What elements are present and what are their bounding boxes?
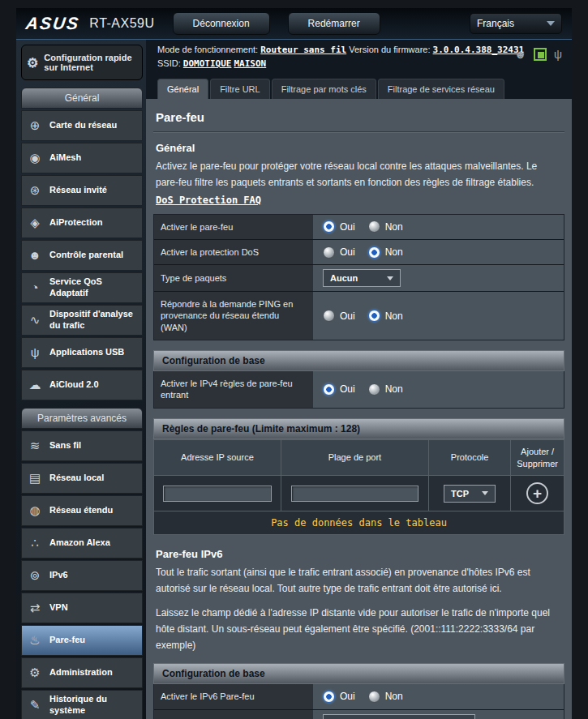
row-server-list: Liste de Serveurs Veuillez sélectionner — [154, 710, 564, 719]
alexa-icon: ∴ — [27, 536, 43, 551]
flame-icon: ♨ — [27, 633, 43, 648]
firewall-yes-radio[interactable] — [323, 220, 335, 233]
sidebar-item-aimesh[interactable]: ◉AiMesh — [21, 143, 143, 173]
ipv6-no-radio[interactable] — [368, 691, 380, 703]
info-bar: Mode de fonctionnement: Routeur sans fil… — [146, 40, 572, 74]
clients-icon[interactable]: ☻ — [514, 48, 526, 61]
ipv6-basic-config-header: Configuration de base — [153, 663, 564, 684]
row-enable-dos: Activer la protection DoS Oui Non — [154, 240, 564, 265]
tab-url-filter[interactable]: Filtre URL — [210, 79, 270, 99]
ssid-link-2[interactable]: MAISON — [234, 58, 266, 69]
language-selector[interactable]: Français — [470, 13, 562, 34]
chevron-down-icon — [482, 491, 488, 495]
router-model: RT-AX59U — [89, 16, 154, 31]
ipv4-inbound-yes-radio[interactable] — [323, 383, 335, 396]
lan-icon: ▤ — [27, 471, 43, 486]
people-icon: ☻ — [27, 248, 43, 263]
wifi-icon: ≋ — [27, 439, 43, 454]
ipv6-yes-radio[interactable] — [323, 691, 335, 703]
sidebar-item-alexa[interactable]: ∴Amazon Alexa — [21, 528, 143, 559]
sidebar-item-system-log[interactable]: ✎Historique du système — [21, 690, 143, 719]
ipv6-description-2: Laissez le champ dédié à l'adresse IP di… — [156, 606, 562, 653]
sidebar-item-usb-apps[interactable]: ψApplications USB — [21, 337, 143, 368]
guest-network-icon: ⊛ — [27, 183, 43, 199]
general-heading: Général — [156, 142, 562, 154]
usb-status-icon[interactable]: ψ — [554, 48, 562, 61]
packet-type-label: Type de paquets — [154, 265, 313, 291]
dos-faq-link[interactable]: DoS Protection FAQ — [156, 195, 261, 206]
sidebar-item-aicloud[interactable]: ☁AiCloud 2.0 — [21, 370, 143, 400]
col-source-ip: Adresse IP source — [154, 439, 281, 476]
status-icons: ☻ ψ — [514, 48, 562, 61]
ipv6-description-1: Tout le trafic sortant (ainsi que le tra… — [156, 565, 562, 597]
tab-general[interactable]: Général — [157, 79, 208, 99]
ping-no-radio[interactable] — [368, 310, 380, 322]
tab-keyword-filter[interactable]: Filtrage par mots clés — [272, 79, 376, 99]
dos-yes-radio[interactable] — [323, 246, 335, 259]
firmware-version-link[interactable]: 3.0.0.4.388_32431 — [433, 45, 525, 55]
sidebar-item-vpn[interactable]: ⇄VPN — [21, 593, 143, 623]
chevron-down-icon — [547, 21, 555, 26]
port-range-input[interactable] — [291, 486, 418, 502]
firewall-no-radio[interactable] — [368, 220, 380, 233]
tab-bar: Général Filtre URL Filtrage par mots clé… — [146, 74, 572, 99]
sidebar-item-firewall[interactable]: ♨Pare-feu — [21, 625, 143, 656]
ping-wan-label: Répondre à la demande PING en provenance… — [154, 292, 313, 340]
wired-network-icon[interactable] — [534, 48, 547, 61]
sidebar-item-lan[interactable]: ▤Réseau local — [21, 463, 143, 494]
ipv6-icon: ⊚ — [27, 568, 43, 584]
usb-icon: ψ — [27, 345, 43, 361]
aimesh-icon: ◉ — [27, 151, 43, 166]
sidebar-item-ipv6[interactable]: ⊚IPv6 — [21, 560, 143, 591]
log-icon: ✎ — [27, 698, 43, 713]
sidebar-item-aiprotection[interactable]: ◈AiProtection — [21, 208, 143, 238]
reboot-button[interactable]: Redémarrer — [288, 12, 380, 35]
sidebar-item-wan[interactable]: ◍Réseau étendu — [21, 495, 143, 526]
ipv6-enable-label: Activer le IPv6 Pare-feu — [154, 684, 313, 708]
gauge-icon: ◔ — [27, 280, 43, 296]
globe-icon: ◍ — [27, 503, 43, 519]
quick-setup-button[interactable]: ⚙ Configuration rapide sur Internet — [21, 45, 143, 80]
enable-dos-label: Activer la protection DoS — [154, 240, 313, 264]
tab-network-services-filter[interactable]: Filtrage de services réseau — [378, 79, 504, 99]
sidebar-section-general: Général — [21, 88, 143, 109]
content-column: Mode de fonctionnement: Routeur sans fil… — [146, 40, 572, 719]
ipv4-basic-config-form: Activer le IPv4 règles de pare-feu entra… — [153, 371, 564, 409]
ipv4-protocol-select[interactable]: TCP — [444, 485, 496, 503]
language-value: Français — [477, 18, 514, 29]
sidebar-item-wireless[interactable]: ≋Sans fil — [21, 430, 143, 461]
col-protocol: Protocole — [429, 439, 511, 476]
cloud-icon: ☁ — [27, 378, 43, 393]
sidebar-item-parental-control[interactable]: ☻Contrôle parental — [21, 240, 143, 271]
source-ip-input[interactable] — [163, 486, 272, 502]
ipv4-rules-header: Règles de pare-feu (Limite maximum : 128… — [153, 418, 564, 439]
enable-firewall-label: Activer le pare-feu — [154, 215, 313, 239]
ipv4-inbound-no-radio[interactable] — [368, 383, 380, 396]
gear-icon: ⚙ — [27, 666, 43, 681]
sidebar: ⚙ Configuration rapide sur Internet Géné… — [16, 40, 146, 719]
logout-button[interactable]: Déconnexion — [173, 12, 270, 35]
ipv4-rules-table: Adresse IP source Plage de port Protocol… — [153, 439, 564, 536]
ssid-label: SSID: — [157, 58, 181, 68]
operation-mode-link[interactable]: Routeur sans fil — [260, 45, 346, 55]
sidebar-item-administration[interactable]: ⚙Administration — [21, 657, 143, 688]
ipv4-inbound-label: Activer le IPv4 règles de pare-feu entra… — [154, 371, 313, 408]
server-list-select[interactable]: Veuillez sélectionner — [323, 714, 475, 719]
ssid-link-1[interactable]: DOMOTIQUE — [183, 58, 232, 69]
general-form: Activer le pare-feu Oui Non Activer la p… — [153, 214, 564, 340]
ipv4-add-rule-button[interactable]: + — [526, 482, 548, 504]
sidebar-item-network-map[interactable]: ⊕Carte du réseau — [21, 110, 143, 141]
ipv6-basic-config-form: Activer le IPv6 Pare-feu Oui Non Liste d… — [153, 684, 564, 719]
operation-mode-label: Mode de fonctionnement: — [157, 45, 258, 54]
ping-yes-radio[interactable] — [323, 310, 335, 322]
chevron-down-icon — [387, 276, 393, 280]
sidebar-item-guest-network[interactable]: ⊛Réseau invité — [21, 175, 143, 206]
row-ipv4-inbound: Activer le IPv4 règles de pare-feu entra… — [154, 371, 564, 408]
sidebar-item-traffic-analyzer[interactable]: ∿Dispositif d'analyse du trafic — [21, 305, 143, 336]
packet-type-select[interactable]: Aucun — [323, 269, 401, 287]
dos-no-radio[interactable] — [368, 246, 380, 259]
row-packet-type: Type de paquets Aucun — [154, 265, 564, 292]
asus-logo: ASUS — [24, 14, 81, 33]
row-ping-wan: Répondre à la demande PING en provenance… — [154, 292, 564, 340]
sidebar-item-adaptive-qos[interactable]: ◔Service QoS Adaptatif — [21, 272, 143, 303]
